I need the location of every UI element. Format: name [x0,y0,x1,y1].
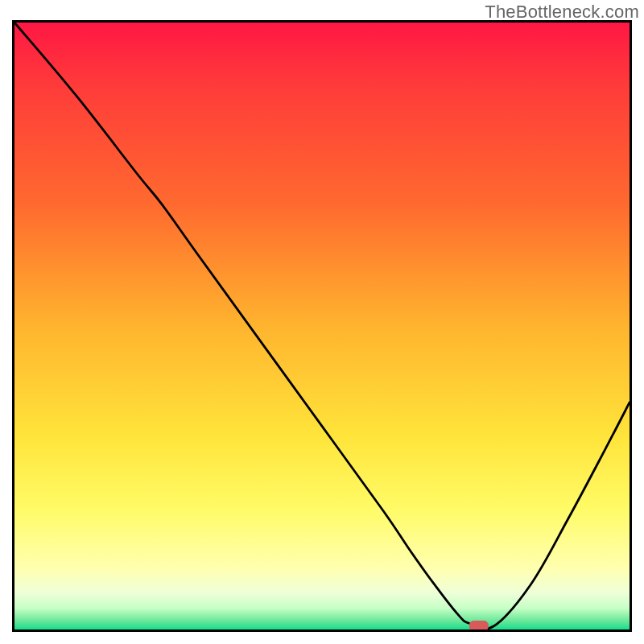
optimum-marker [469,621,488,630]
watermark-label: TheBottleneck.com [485,2,639,23]
plot-svg [14,23,630,630]
gradient-background [14,23,630,630]
chart-container: TheBottleneck.com [0,0,644,644]
plot-frame [12,20,632,632]
